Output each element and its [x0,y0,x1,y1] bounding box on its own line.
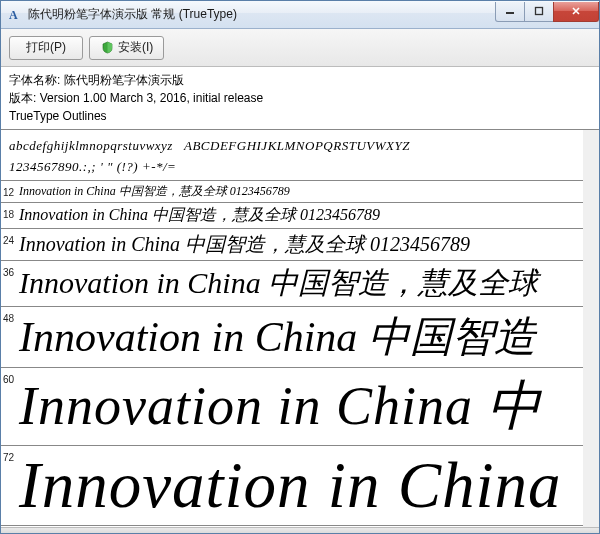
svg-text:A: A [9,8,18,22]
sample-text: Innovation in China 中国智造，慧及全球 0123456789 [19,183,290,200]
size-label: 18 [3,205,19,220]
preview-area: abcdefghijklmnopqrstuvwxyz ABCDEFGHIJKLM… [1,130,599,527]
size-label: 48 [3,309,19,324]
sample-row: 48 Innovation in China 中国智造 [1,307,583,368]
minimize-button[interactable] [495,2,525,22]
charset-upper: ABCDEFGHIJKLMNOPQRSTUVWXYZ [184,138,410,153]
install-button[interactable]: 安装(I) [89,36,164,60]
size-label: 12 [3,183,19,198]
size-label: 36 [3,263,19,278]
outlines-row: TrueType Outlines [9,107,591,125]
font-name-label: 字体名称: [9,73,60,87]
sample-text: Innovation in China 中国智造，慧及全球 [19,263,538,304]
charset-digits: 1234567890.:,; ' " (!?) +-*/= [9,157,575,178]
svg-rect-1 [506,12,514,14]
sample-row: 72 Innovation in China [1,446,583,526]
scroll-up-button[interactable]: ▲ [584,130,599,146]
version-row: 版本: Version 1.00 March 3, 2016, initial … [9,89,591,107]
sample-text: Innovation in China 中国智造，慧及全球 0123456789 [19,205,380,226]
print-button[interactable]: 打印(P) [9,36,83,60]
sample-text: Innovation in China [19,448,562,523]
font-viewer-window: A 陈代明粉笔字体演示版 常规 (TrueType) 打印(P) 安装(I) [0,0,600,534]
window-title: 陈代明粉笔字体演示版 常规 (TrueType) [28,6,496,23]
scroll-down-button[interactable]: ▼ [584,511,599,527]
version-label: 版本: [9,91,36,105]
sample-text: Innovation in China 中 [19,370,542,443]
size-label: 72 [3,448,19,463]
size-label: 24 [3,231,19,246]
charset-lower: abcdefghijklmnopqrstuvwxyz [9,138,173,153]
sample-row: 24 Innovation in China 中国智造，慧及全球 0123456… [1,229,583,261]
status-bar [1,527,599,533]
install-button-label: 安装(I) [118,39,153,56]
maximize-button[interactable] [524,2,554,22]
print-button-label: 打印(P) [26,39,66,56]
charset-sample: abcdefghijklmnopqrstuvwxyz ABCDEFGHIJKLM… [1,130,583,181]
window-controls [496,2,599,22]
shield-icon [100,41,114,55]
close-button[interactable] [553,2,599,22]
sample-row: 60 Innovation in China 中 [1,368,583,446]
font-name-value: 陈代明粉笔字体演示版 [64,73,184,87]
sample-row: 12 Innovation in China 中国智造，慧及全球 0123456… [1,181,583,203]
sample-text: Innovation in China 中国智造，慧及全球 0123456789 [19,231,470,258]
titlebar[interactable]: A 陈代明粉笔字体演示版 常规 (TrueType) [1,1,599,29]
toolbar: 打印(P) 安装(I) [1,29,599,67]
scroll-track[interactable] [584,146,599,511]
font-info-panel: 字体名称: 陈代明粉笔字体演示版 版本: Version 1.00 March … [1,67,599,130]
app-icon: A [7,7,23,23]
size-label: 60 [3,370,19,385]
sample-text: Innovation in China 中国智造 [19,309,536,365]
font-name-row: 字体名称: 陈代明粉笔字体演示版 [9,71,591,89]
sample-row: 36 Innovation in China 中国智造，慧及全球 [1,261,583,307]
version-value: Version 1.00 March 3, 2016, initial rele… [40,91,263,105]
svg-rect-2 [536,8,543,15]
sample-row: 18 Innovation in China 中国智造，慧及全球 0123456… [1,203,583,229]
vertical-scrollbar[interactable]: ▲ ▼ [583,130,599,527]
